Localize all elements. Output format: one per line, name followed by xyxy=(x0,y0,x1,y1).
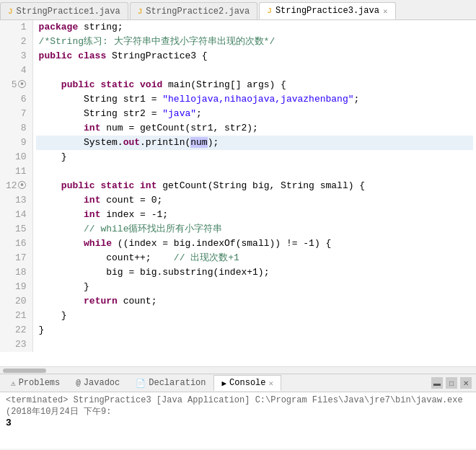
tab-close-icon-3[interactable]: ✕ xyxy=(383,6,388,16)
tab-stringpractice2[interactable]: J StringPractice2.java xyxy=(130,2,258,19)
code-line-11 xyxy=(36,164,473,179)
ln-17: 17 xyxy=(6,251,27,265)
declaration-icon: 📄 xyxy=(136,379,146,388)
ln-19: 19 xyxy=(6,280,27,294)
tab-console-label: Console xyxy=(229,378,265,388)
tab-label-1: StringPractice1.java xyxy=(17,6,120,17)
java-file-icon-1: J xyxy=(8,7,13,16)
console-area: <terminated> StringPractice3 [Java Appli… xyxy=(0,392,476,449)
code-line-8: int num = getCount(str1, str2); xyxy=(36,121,473,136)
minimize-panel-button[interactable]: ▬ xyxy=(431,377,443,389)
bottom-tab-bar: ⚠ Problems @ Javadoc 📄 Declaration ▶ Con… xyxy=(0,374,476,392)
tab-javadoc[interactable]: @ Javadoc xyxy=(68,375,128,391)
code-line-22: } xyxy=(36,323,473,338)
line-numbers: 1 2 3 4 5⦿ 6 7 8 9 10 11 12⦿ 13 14 15 16… xyxy=(0,20,33,352)
ln-5: 5⦿ xyxy=(6,78,27,92)
java-file-icon-2: J xyxy=(138,7,143,16)
code-editor[interactable]: 1 2 3 4 5⦿ 6 7 8 9 10 11 12⦿ 13 14 15 16… xyxy=(0,20,476,366)
ln-10: 10 xyxy=(6,150,27,164)
ln-22: 22 xyxy=(6,323,27,338)
horizontal-scrollbar[interactable] xyxy=(0,366,476,374)
code-line-10: } xyxy=(36,150,473,164)
code-line-9: System.out.println(num); xyxy=(36,136,473,150)
code-line-1: package string; xyxy=(36,20,473,35)
code-line-6: String str1 = "hellojava,nihaojava,javaz… xyxy=(36,92,473,107)
ln-2: 2 xyxy=(6,35,27,49)
ln-12: 12⦿ xyxy=(6,179,27,193)
ln-16: 16 xyxy=(6,237,27,251)
console-icon: ▶ xyxy=(221,379,226,388)
code-line-2: /*String练习: 大字符串中查找小字符串出现的次数*/ xyxy=(36,35,473,49)
problems-icon: ⚠ xyxy=(11,379,16,388)
ln-20: 20 xyxy=(6,294,27,309)
code-line-3: public class StringPractice3 { xyxy=(36,49,473,63)
tab-console-close-icon[interactable]: ✕ xyxy=(269,379,274,388)
close-panel-button[interactable]: ✕ xyxy=(460,377,472,389)
code-line-5: public static void main(String[] args) { xyxy=(36,78,473,92)
tab-label-3: StringPractice3.java xyxy=(276,6,379,16)
ln-6: 6 xyxy=(6,92,27,107)
code-line-4 xyxy=(36,63,473,78)
code-line-21: } xyxy=(36,309,473,323)
ln-14: 14 xyxy=(6,208,27,222)
ln-1: 1 xyxy=(6,20,27,35)
tab-declaration[interactable]: 📄 Declaration xyxy=(128,375,213,391)
code-line-13: int count = 0; xyxy=(36,193,473,208)
tab-javadoc-label: Javadoc xyxy=(84,378,120,388)
javadoc-icon: @ xyxy=(76,379,81,387)
code-line-15: // while循环找出所有小字符串 xyxy=(36,222,473,237)
maximize-panel-button[interactable]: □ xyxy=(446,377,457,389)
code-lines: package string; /*String练习: 大字符串中查找小字符串出… xyxy=(33,20,476,352)
code-line-20: return count; xyxy=(36,294,473,309)
code-line-17: count++; // 出现次数+1 xyxy=(36,251,473,265)
tab-console[interactable]: ▶ Console ✕ xyxy=(213,375,281,391)
panel-controls: ▬ □ ✕ xyxy=(431,377,476,389)
ln-18: 18 xyxy=(6,265,27,280)
ln-23: 23 xyxy=(6,338,27,352)
ln-9: 9 xyxy=(6,136,27,150)
tab-declaration-label: Declaration xyxy=(149,378,206,388)
ln-21: 21 xyxy=(6,309,27,323)
code-line-18: big = big.substring(index+1); xyxy=(36,265,473,280)
editor-content: 1 2 3 4 5⦿ 6 7 8 9 10 11 12⦿ 13 14 15 16… xyxy=(0,20,476,352)
ln-3: 3 xyxy=(6,49,27,63)
console-terminated-text: <terminated> StringPractice3 [Java Appli… xyxy=(6,395,470,418)
tab-label-2: StringPractice2.java xyxy=(146,6,250,17)
ln-7: 7 xyxy=(6,107,27,121)
code-line-19: } xyxy=(36,280,473,294)
java-file-icon-3: J xyxy=(267,6,272,15)
tab-stringpractice3[interactable]: J StringPractice3.java ✕ xyxy=(259,2,395,19)
tab-problems[interactable]: ⚠ Problems xyxy=(3,375,68,391)
code-line-7: String str2 = "java"; xyxy=(36,107,473,121)
code-line-12: public static int getCount(String big, S… xyxy=(36,179,473,193)
console-output-text: 3 xyxy=(6,418,470,428)
ln-13: 13 xyxy=(6,193,27,208)
editor-tab-bar: J StringPractice1.java J StringPractice2… xyxy=(0,0,476,20)
ln-15: 15 xyxy=(6,222,27,237)
code-line-16: while ((index = big.indexOf(small)) != -… xyxy=(36,237,473,251)
tab-problems-label: Problems xyxy=(19,378,61,388)
scrollbar-thumb[interactable] xyxy=(3,369,46,373)
ln-11: 11 xyxy=(6,164,27,179)
tab-stringpractice1[interactable]: J StringPractice1.java xyxy=(0,2,128,19)
ln-4: 4 xyxy=(6,63,27,78)
ln-8: 8 xyxy=(6,121,27,136)
code-line-14: int index = -1; xyxy=(36,208,473,222)
code-line-23 xyxy=(36,338,473,352)
